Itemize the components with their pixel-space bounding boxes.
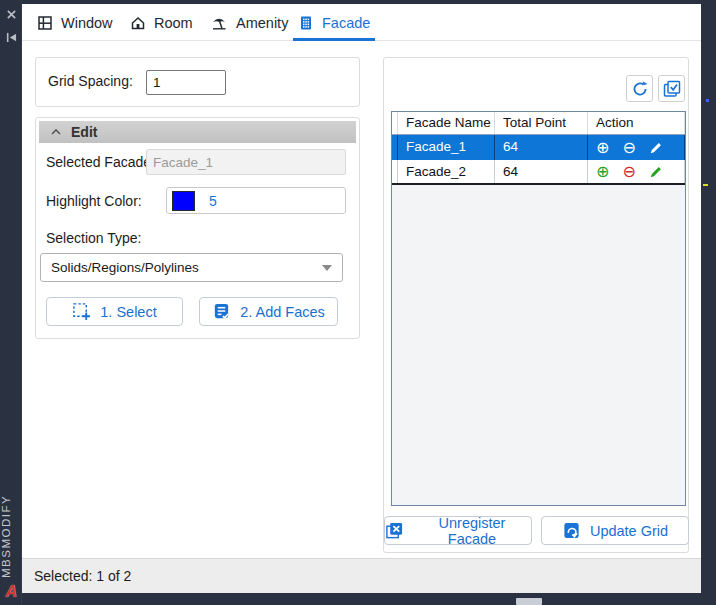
taskbar-artifact: [516, 598, 542, 605]
autohide-button[interactable]: [4, 30, 19, 45]
edit-group: Edit Selected Facade: Highlight Color: 5…: [35, 117, 360, 339]
pencil-icon[interactable]: [649, 165, 663, 179]
select-button-label: 1. Select: [100, 304, 156, 320]
selection-type-dropdown[interactable]: Solids/Regions/Polylines: [40, 253, 343, 282]
circle-plus-icon[interactable]: ⊕: [596, 140, 609, 156]
refresh-icon: [631, 80, 649, 98]
checklist-icon: [212, 302, 231, 321]
circle-minus-icon[interactable]: ⊖: [622, 140, 635, 156]
umbrella-icon: [210, 15, 228, 31]
selected-facade-input: [146, 149, 346, 175]
viewport-pixel-artifact: [703, 184, 708, 186]
update-grid-label: Update Grid: [590, 523, 668, 539]
table-row[interactable]: Facade_2 64 ⊕ ⊖: [392, 160, 685, 185]
app-window: MBSMODIFY A Window Room Ameni: [0, 0, 716, 605]
tab-facade[interactable]: Facade: [293, 4, 375, 41]
close-button[interactable]: [4, 7, 19, 22]
home-icon: [130, 15, 146, 31]
column-facade-name[interactable]: Facade Name: [398, 112, 495, 134]
highlight-color-value: 5: [209, 193, 217, 209]
tab-bar: Window Room Amenity Facade: [22, 4, 701, 41]
circle-minus-icon[interactable]: ⊖: [622, 164, 635, 180]
tab-facade-label: Facade: [322, 15, 370, 31]
grid-spacing-group: Grid Spacing:: [35, 57, 360, 107]
tab-window-label: Window: [61, 15, 113, 31]
collapse-chevron-icon: [51, 129, 61, 135]
unregister-icon: [385, 521, 404, 540]
update-grid-button[interactable]: Update Grid: [541, 516, 689, 545]
highlight-color-picker[interactable]: 5: [166, 187, 346, 214]
color-swatch: [172, 191, 195, 211]
facade-list-group: Facade Name Total Point Action Facade_1 …: [383, 57, 689, 553]
tab-amenity[interactable]: Amenity: [205, 4, 293, 41]
window-icon: [37, 15, 53, 31]
add-faces-button[interactable]: 2. Add Faces: [199, 297, 338, 326]
grid-spacing-label: Grid Spacing:: [48, 73, 133, 89]
autocad-logo: A: [2, 582, 21, 601]
selection-type-label: Selection Type:: [46, 230, 141, 246]
autohide-pin-icon: [5, 32, 18, 43]
action-cell: ⊕ ⊖: [588, 160, 685, 183]
table-row[interactable]: Facade_1 64 ⊕ ⊖: [392, 135, 685, 160]
unregister-facade-label: Unregister Facade: [413, 515, 531, 547]
tab-room[interactable]: Room: [125, 4, 198, 41]
selection-type-value: Solids/Regions/Polylines: [51, 260, 199, 275]
table-header: Facade Name Total Point Action: [392, 112, 685, 135]
facade-name-cell: Facade_2: [398, 160, 495, 183]
select-button[interactable]: 1. Select: [46, 297, 183, 326]
chevron-down-icon: [322, 265, 332, 271]
circle-plus-icon[interactable]: ⊕: [596, 164, 609, 180]
multi-check-icon: [663, 80, 681, 98]
marquee-select-icon: [72, 302, 91, 321]
status-bar: Selected: 1 of 2: [22, 558, 701, 593]
panel-body: Window Room Amenity Facade: [22, 4, 701, 593]
facade-table: Facade Name Total Point Action Facade_1 …: [391, 111, 686, 506]
selected-facade-label: Selected Facade:: [46, 154, 155, 170]
select-all-button[interactable]: [658, 75, 685, 102]
palette-title-bar: MBSMODIFY A: [0, 0, 22, 605]
update-grid-icon: [562, 521, 581, 540]
building-icon: [298, 15, 314, 31]
refresh-button[interactable]: [626, 75, 653, 102]
close-icon: [6, 9, 17, 20]
total-point-cell: 64: [495, 160, 588, 183]
unregister-facade-button[interactable]: Unregister Facade: [384, 516, 532, 545]
status-text: Selected: 1 of 2: [34, 568, 131, 584]
edit-section-header[interactable]: Edit: [39, 121, 356, 143]
tab-room-label: Room: [154, 15, 193, 31]
column-total-point[interactable]: Total Point: [495, 112, 588, 134]
palette-title: MBSMODIFY: [0, 470, 22, 582]
add-faces-button-label: 2. Add Faces: [240, 304, 325, 320]
viewport-pixel-artifact: [706, 99, 709, 102]
tab-amenity-label: Amenity: [236, 15, 288, 31]
total-point-cell: 64: [495, 135, 588, 160]
grid-spacing-input[interactable]: [146, 70, 226, 95]
facade-name-cell: Facade_1: [398, 135, 495, 160]
action-cell: ⊕ ⊖: [588, 135, 685, 160]
highlight-color-label: Highlight Color:: [46, 193, 142, 209]
column-action[interactable]: Action: [588, 112, 685, 134]
pencil-icon[interactable]: [649, 141, 663, 155]
edit-section-title: Edit: [71, 124, 97, 140]
tab-window[interactable]: Window: [32, 4, 118, 41]
